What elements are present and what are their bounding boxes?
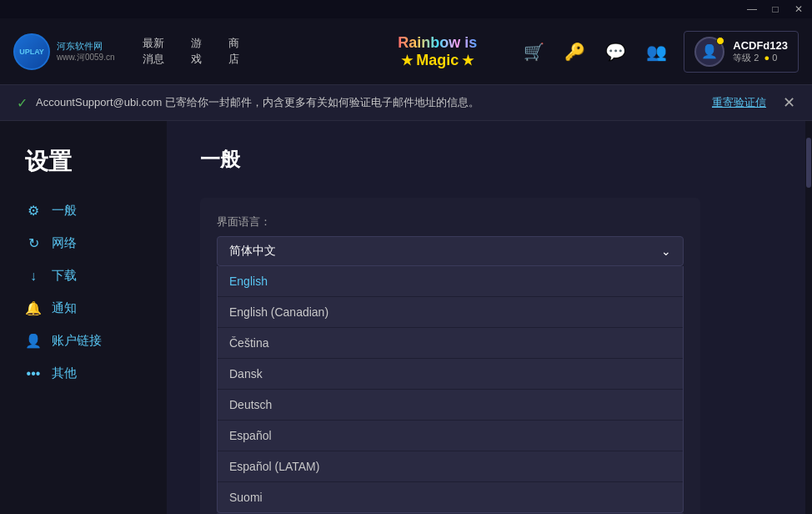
notification-close-button[interactable]: ✕ xyxy=(783,93,795,112)
site-logo-text: 河东软件网 www.河0059.cn xyxy=(57,40,114,63)
network-icon: ↻ xyxy=(25,235,42,251)
sidebar-label-account: 账户链接 xyxy=(52,333,102,349)
sidebar-item-network[interactable]: ↻ 网络 xyxy=(0,227,167,260)
maximize-button[interactable]: □ xyxy=(769,3,782,15)
language-option-cs[interactable]: Čeština xyxy=(218,328,683,359)
sidebar-item-other[interactable]: ••• 其他 xyxy=(0,357,167,390)
notification-message: AccountSupport@ubi.com 已寄给你一封邮件，内含更多有关如何… xyxy=(36,95,704,110)
friends-icon[interactable]: 👥 xyxy=(646,42,667,62)
cart-icon[interactable]: 🛒 xyxy=(524,42,544,62)
star-left-icon: ★ xyxy=(401,53,413,68)
download-icon: ↓ xyxy=(25,269,42,284)
language-option-da[interactable]: Dansk xyxy=(218,359,683,390)
user-name: ACDFd123 xyxy=(733,39,788,52)
language-option-en-ca[interactable]: English (Canadian) xyxy=(218,297,683,328)
nav-items: 最新消息 游戏 商店 xyxy=(131,29,368,73)
header: UPLAY 河东软件网 www.河0059.cn 最新消息 游戏 商店 Rain… xyxy=(0,18,812,85)
language-option-en[interactable]: English xyxy=(218,266,683,297)
sidebar-item-download[interactable]: ↓ 下载 xyxy=(0,260,167,292)
main-content: 设置 ⚙ 一般 ↻ 网络 ↓ 下载 🔔 通知 👤 账户链接 ••• 其他 一般 xyxy=(0,121,812,514)
star-right-icon: ★ xyxy=(462,53,474,68)
language-dropdown-list: English English (Canadian) Čeština Dansk… xyxy=(217,266,684,513)
language-option-es[interactable]: Español xyxy=(218,421,683,451)
resend-verification-link[interactable]: 重寄验证信 xyxy=(712,95,766,110)
user-icon: 👤 xyxy=(25,333,42,349)
sidebar-item-account[interactable]: 👤 账户链接 xyxy=(0,325,167,357)
sidebar-label-general: 一般 xyxy=(52,203,77,219)
notification-bar: ✓ AccountSupport@ubi.com 已寄给你一封邮件，内含更多有关… xyxy=(0,85,812,121)
title-bar: — □ ✕ xyxy=(0,0,812,18)
avatar: 👤 xyxy=(694,37,724,67)
user-coins: ● 0 xyxy=(764,53,777,63)
logo-area[interactable]: UPLAY 河东软件网 www.河0059.cn xyxy=(13,33,114,70)
sidebar-label-other: 其他 xyxy=(52,365,77,381)
sidebar-title: 设置 xyxy=(0,138,167,194)
language-field-label: 界面语言： xyxy=(217,214,684,229)
language-selected-value: 简体中文 xyxy=(229,244,276,259)
settings-panel: 界面语言： 简体中文 ⌄ English English (Canadian) … xyxy=(200,198,700,514)
scrollbar-track xyxy=(805,121,812,514)
scrollbar-thumb[interactable] xyxy=(806,138,811,188)
close-button[interactable]: ✕ xyxy=(792,3,805,15)
sidebar-label-network: 网络 xyxy=(52,235,77,251)
dropdown-arrow-icon: ⌄ xyxy=(661,244,671,258)
user-level: 等级 2 ● 0 xyxy=(733,52,788,64)
chat-icon[interactable]: 💬 xyxy=(605,42,626,62)
nav-item-store[interactable]: 商店 xyxy=(217,29,251,73)
header-icons: 🛒 🔑 💬 👥 xyxy=(524,42,667,62)
sidebar-item-general[interactable]: ⚙ 一般 xyxy=(0,194,167,227)
key-icon[interactable]: 🔑 xyxy=(564,42,585,62)
sidebar-item-notifications[interactable]: 🔔 通知 xyxy=(0,292,167,325)
content-title: 一般 xyxy=(200,146,772,173)
sidebar-label-notifications: 通知 xyxy=(52,300,77,316)
notification-check-icon: ✓ xyxy=(17,95,28,111)
language-option-de[interactable]: Deutsch xyxy=(218,390,683,421)
nav-item-games[interactable]: 游戏 xyxy=(179,29,213,73)
user-info: ACDFd123 等级 2 ● 0 xyxy=(733,39,788,64)
minimize-button[interactable]: — xyxy=(745,3,759,15)
brand-magic-text: ★ Magic ★ xyxy=(401,52,474,69)
uplay-logo: UPLAY xyxy=(13,33,50,70)
language-option-fi[interactable]: Suomi xyxy=(218,482,683,512)
more-icon: ••• xyxy=(25,366,42,381)
nav-item-news[interactable]: 最新消息 xyxy=(131,29,176,73)
sidebar-label-download: 下载 xyxy=(52,268,77,284)
brand-rainbow-text: Rainbow is xyxy=(398,34,477,52)
content-area: 一般 界面语言： 简体中文 ⌄ English English (Canadia… xyxy=(167,121,805,514)
user-area[interactable]: 👤 ACDFd123 等级 2 ● 0 xyxy=(684,31,799,73)
language-option-es-latam[interactable]: Español (LATAM) xyxy=(218,451,683,482)
bell-icon: 🔔 xyxy=(25,300,42,316)
user-status-dot xyxy=(716,37,724,45)
language-select[interactable]: 简体中文 ⌄ xyxy=(217,236,684,266)
brand-logo: Rainbow is ★ Magic ★ xyxy=(384,31,490,73)
sidebar: 设置 ⚙ 一般 ↻ 网络 ↓ 下载 🔔 通知 👤 账户链接 ••• 其他 xyxy=(0,121,167,514)
gear-icon: ⚙ xyxy=(25,203,42,219)
